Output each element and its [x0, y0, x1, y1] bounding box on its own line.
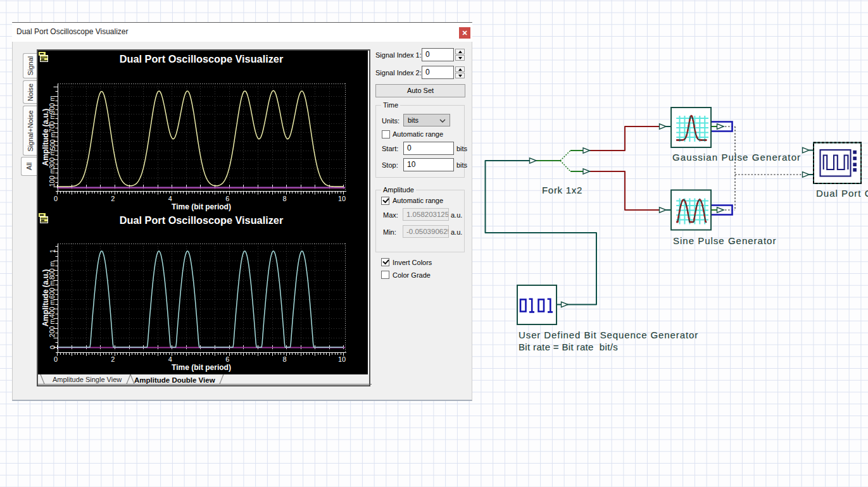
svg-text:Fork 1x2: Fork 1x2 — [542, 185, 582, 195]
svg-text:Bit rate = Bit rate bit/s: Bit rate = Bit rate bit/s — [519, 342, 618, 352]
svg-text:Sine Pulse Generator: Sine Pulse Generator — [673, 235, 776, 246]
svg-text:Dual Port Oscilloscope: Dual Port Oscilloscope — [816, 188, 868, 199]
svg-text:Gaussian Pulse Generator: Gaussian Pulse Generator — [672, 152, 801, 163]
svg-text:User Defined Bit Sequence Gene: User Defined Bit Sequence Generator — [519, 330, 698, 340]
